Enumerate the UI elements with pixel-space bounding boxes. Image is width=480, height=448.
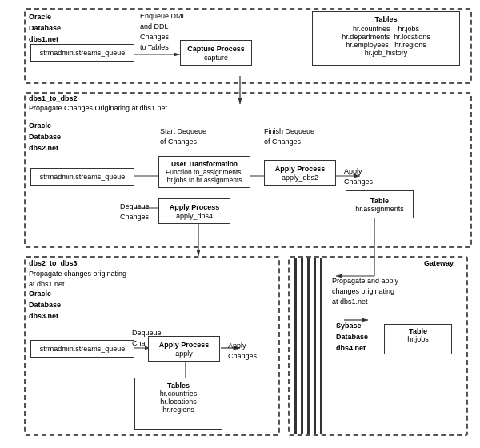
region1-queue-box: strmadmin.streams_queue	[30, 44, 134, 62]
region1-label: Oracle Database dbs1.net	[29, 11, 61, 45]
region2-queue-box: strmadmin.streams_queue	[30, 168, 134, 186]
gateway-label: Gateway	[424, 259, 454, 267]
dequeue-changes-r2: DequeueChanges	[120, 202, 150, 222]
apply-changes-r2: ApplyChanges	[344, 166, 373, 187]
r2-table-box: Table hr.assignments	[346, 190, 414, 218]
propagation-label-r2: dbs1_to_dbs2	[29, 94, 78, 102]
region2-label: Oracle Database dbs2.net	[29, 120, 61, 154]
propagation-sub-r2: Propagate Changes Originating at dbs1.ne…	[29, 104, 167, 112]
apply-changes-r3: ApplyChanges	[228, 341, 257, 362]
diagram: Oracle Database dbs1.net strmadmin.strea…	[0, 0, 480, 448]
user-transform-box: User Transformation Function to_assignme…	[158, 156, 250, 188]
apply-dbs4-box: Apply Process apply_dbs4	[158, 198, 230, 224]
region3-queue-box: strmadmin.streams_queue	[30, 340, 134, 358]
gateway-stripes	[294, 258, 326, 434]
finish-dequeue-label: Finish Dequeueof Changes	[264, 126, 314, 147]
capture-box: Capture Process capture	[180, 40, 252, 66]
sybase-label: Sybase Database dbs4.net	[336, 320, 368, 354]
apply-dbs2-box: Apply Process apply_dbs2	[264, 160, 336, 186]
start-dequeue-label: Start Dequeueof Changes	[160, 126, 206, 147]
region3-label: Oracle Database dbs3.net	[29, 288, 61, 322]
sybase-table-box: Table hr.jobs	[384, 324, 452, 354]
region1-tables-box: Tables hr.countries hr.jobs hr.departmen…	[312, 11, 460, 66]
propagation-label-r3: dbs2_to_dbs3	[29, 259, 78, 267]
gateway-propagate-label: Propagate and applychanges originatingat…	[332, 276, 398, 307]
propagation-sub-r3: Propagate changes originatingat dbs1.net	[29, 269, 126, 290]
enqueue-label: Enqueue DMLand DDLChangesto Tables	[140, 11, 186, 53]
apply-box-r3: Apply Process apply	[148, 336, 220, 362]
r3-tables-box: Tables hr.countries hr.locations hr.regi…	[134, 378, 222, 430]
